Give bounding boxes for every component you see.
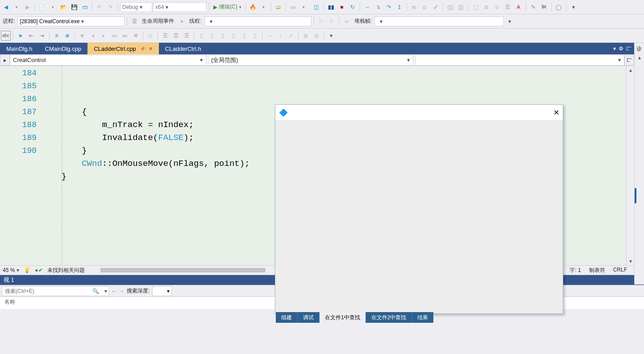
bm-next-icon[interactable]: ▸	[99, 31, 108, 41]
scissor-icon[interactable]: ✀	[539, 2, 549, 12]
text-color-icon[interactable]: A	[514, 2, 524, 12]
sp1-icon[interactable]: ⊞	[301, 31, 311, 41]
window-split-icon[interactable]: ◫	[312, 2, 321, 12]
overflow-icon[interactable]: ▾	[569, 2, 578, 12]
pg2-icon[interactable]: ☰	[171, 31, 181, 41]
step-into-icon[interactable]: ↴	[373, 2, 383, 12]
overflow-icon[interactable]: ▾	[326, 31, 336, 41]
platform-dropdown[interactable]: x64▾	[153, 2, 207, 12]
sp2-icon[interactable]: ⊟	[312, 31, 321, 41]
split-icon[interactable]: ⫍	[626, 45, 632, 52]
box-icon[interactable]: □	[145, 31, 155, 41]
scroll-down-icon[interactable]: ▾	[627, 257, 634, 265]
h-scroll-thumb[interactable]	[100, 268, 266, 272]
flag-off-icon[interactable]: ⚐	[327, 16, 337, 26]
nav-back-icon[interactable]: ◀	[1, 2, 11, 12]
éditer-icon[interactable]: ✎	[528, 2, 538, 12]
tool-forward-icon[interactable]: ⎌	[420, 2, 430, 12]
sz3-icon[interactable]: ⤢	[286, 31, 296, 41]
bm-prev2-icon[interactable]: ⏮	[109, 31, 119, 41]
pin-icon[interactable]: 📌	[140, 46, 145, 51]
indent-right-icon[interactable]: ⇥	[37, 31, 47, 41]
indent-left-icon[interactable]: ⇤	[26, 31, 36, 41]
bm-clear-icon[interactable]: ✖	[131, 31, 141, 41]
close-icon[interactable]: ✕	[149, 46, 153, 52]
icon-2[interactable]: ⎚	[482, 2, 491, 12]
step-out-icon[interactable]: ↥	[395, 2, 404, 12]
output-tab-debug[interactable]: 调试	[298, 312, 319, 323]
lightbulb-icon[interactable]: 💡	[24, 267, 30, 273]
comment-icon[interactable]: ≡	[52, 31, 62, 41]
search-icon[interactable]: 🔍	[92, 288, 99, 294]
stackframe-dropdown[interactable]: ▾	[374, 16, 504, 26]
al6-icon[interactable]: ▯	[250, 31, 260, 41]
icon-1[interactable]: ⬚	[471, 2, 481, 12]
type-dropdown[interactable]: (全局范围)▾	[208, 55, 413, 66]
tab-cladderctrl-h[interactable]: CLadderCtrl.h	[159, 43, 208, 54]
depth-dropdown[interactable]: ▾	[152, 286, 172, 296]
bm-next2-icon[interactable]: ⏭	[120, 31, 130, 41]
process-dropdown[interactable]: [28380] CreatControl.exe▾	[17, 16, 125, 26]
pg3-icon[interactable]: ☰	[182, 31, 191, 41]
output-tab-results[interactable]: 结果	[412, 312, 433, 323]
search-prev-icon[interactable]: ←	[112, 288, 117, 294]
pg1-icon[interactable]: ☰	[160, 31, 170, 41]
save-all-icon[interactable]: 🗃	[80, 2, 90, 12]
scope-dropdown[interactable]: CreatControl▾	[10, 55, 206, 66]
lifecycle-icon[interactable]: ☰	[129, 16, 139, 26]
close-icon[interactable]: ✕	[553, 108, 559, 117]
vertical-scrollbar[interactable]: ▴ ▾	[626, 66, 634, 265]
nav-side-icon[interactable]: ▸	[0, 55, 10, 66]
circle-icon[interactable]: ◯	[554, 2, 564, 12]
restart-icon[interactable]: ↻	[348, 2, 357, 12]
member-dropdown[interactable]: ▾	[415, 55, 624, 66]
folder-stack-icon[interactable]: 🗂	[274, 2, 283, 12]
al4-icon[interactable]: ▯	[229, 31, 238, 41]
output-tab-find2[interactable]: 在文件2中查找	[366, 312, 412, 323]
zoom-dropdown[interactable]: 45 %	[3, 267, 19, 273]
seg-group-icon[interactable]: ▯▯	[445, 2, 455, 12]
open-folder-icon[interactable]: 📂	[58, 2, 68, 12]
output-tab-build[interactable]: 组建	[276, 312, 297, 323]
config-dropdown[interactable]: Debug▾	[120, 2, 152, 12]
al2-icon[interactable]: ▯	[207, 31, 217, 41]
window-layout-dd-icon[interactable]: ▾	[299, 2, 309, 12]
icon-3[interactable]: ⎅	[492, 2, 502, 12]
bm-prev-icon[interactable]: ◂	[88, 31, 98, 41]
search-dd-icon[interactable]: ▾	[104, 288, 107, 294]
al5-icon[interactable]: ▯	[239, 31, 249, 41]
al3-icon[interactable]: ▯	[218, 31, 228, 41]
hot-reload-icon[interactable]: 🔥	[248, 2, 258, 12]
step-over-icon[interactable]: ↷	[384, 2, 394, 12]
pause-icon[interactable]: ▮▮	[326, 2, 336, 12]
scroll-up-icon[interactable]: ▴	[627, 66, 634, 74]
bookmark-icon[interactable]: ▿	[77, 31, 87, 41]
new-item-icon[interactable]: 📄	[37, 2, 47, 12]
gear-icon[interactable]: ⚙	[619, 45, 623, 52]
split-view-icon[interactable]: ⫍	[624, 55, 634, 66]
uncomment-icon[interactable]: ≢	[62, 31, 72, 41]
popup-titlebar[interactable]: 🔷 ✕	[275, 105, 563, 120]
cursor-icon[interactable]: ➤	[16, 31, 25, 41]
window-layout-icon[interactable]: ▭	[288, 2, 298, 12]
tab-cmaindlg-cpp[interactable]: CMainDlg.cpp	[39, 43, 88, 54]
output-tab-find1[interactable]: 在文件1中查找	[320, 312, 366, 323]
tab-maindlg-h[interactable]: MainDlg.h	[0, 43, 39, 54]
abc-icon[interactable]: abc	[1, 31, 11, 41]
overflow-icon[interactable]: ▾	[505, 16, 515, 26]
icon-4[interactable]: ☰	[503, 2, 513, 12]
save-icon[interactable]: 💾	[69, 2, 79, 12]
infinity-icon[interactable]: ∞	[342, 16, 352, 26]
thread-dropdown[interactable]: ▾	[204, 16, 312, 26]
lifecycle-dd-icon[interactable]: ▾	[177, 16, 187, 26]
seg-ungroup-icon[interactable]: ◫	[456, 2, 466, 12]
al1-icon[interactable]: ▯	[196, 31, 206, 41]
tab-list-icon[interactable]: ▾	[613, 45, 616, 52]
nav-back-menu-icon[interactable]: ▾	[12, 2, 21, 12]
tool-nav-icon[interactable]: ⎋	[409, 2, 419, 12]
tab-cladderctrl-cpp[interactable]: CLadderCtrl.cpp 📌 ✕	[87, 43, 159, 54]
step-cursor-icon[interactable]: →	[362, 2, 372, 12]
stop-icon[interactable]: ■	[337, 2, 347, 12]
tool-toggle-icon[interactable]: ⤢	[431, 2, 440, 12]
flag-icon[interactable]: ⚐	[316, 16, 326, 26]
